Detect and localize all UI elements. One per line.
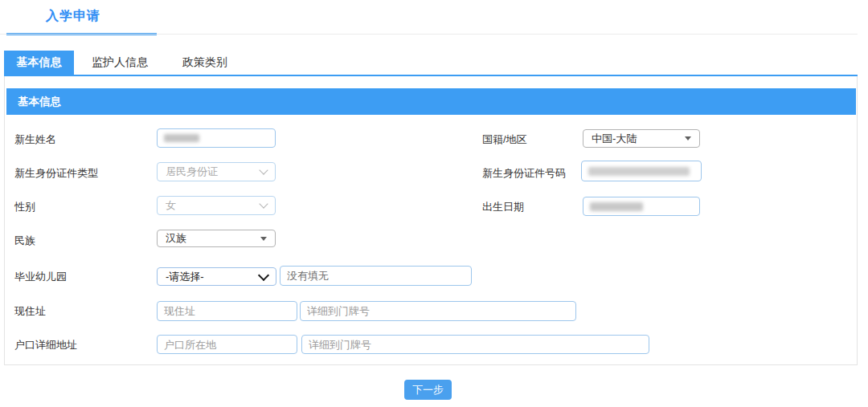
- id-type-select: 居民身份证: [157, 162, 276, 181]
- gender-label: 性别: [14, 200, 35, 214]
- nationality-select-value: 中国-大陆: [592, 132, 637, 146]
- redacted-value: [590, 202, 643, 211]
- id-number-input[interactable]: [581, 161, 702, 181]
- nationality-select[interactable]: 中国-大陆: [583, 129, 700, 148]
- redacted-value: [164, 134, 199, 142]
- kindergarten-label: 毕业幼儿园: [14, 270, 67, 284]
- id-type-label: 新生身份证件类型: [14, 166, 98, 181]
- header-divider: [0, 34, 858, 35]
- kindergarten-name-input[interactable]: [280, 266, 472, 286]
- student-name-input[interactable]: [157, 128, 276, 148]
- nationality-label: 国籍/地区: [482, 132, 527, 147]
- current-address-detail-input[interactable]: [300, 301, 576, 321]
- section-header: 基本信息: [6, 88, 856, 115]
- chevron-down-icon: [259, 199, 268, 208]
- registered-address-area-input[interactable]: [157, 335, 297, 354]
- current-address-area-input[interactable]: [157, 301, 297, 321]
- caret-down-icon: [260, 237, 267, 241]
- kindergarten-select[interactable]: -请选择-: [157, 267, 276, 286]
- student-name-label: 新生姓名: [14, 132, 56, 147]
- redacted-value: [588, 167, 690, 176]
- id-number-label: 新生身份证件号码: [482, 166, 566, 181]
- chevron-down-icon: [258, 269, 269, 280]
- ethnicity-select-value: 汉族: [166, 231, 186, 246]
- birth-date-label: 出生日期: [482, 200, 524, 214]
- enrollment-application-page: 入学申请 基本信息 监护人信息 政策类别 基本信息 新生姓名 国籍/地区 中国-…: [0, 0, 868, 407]
- tab-policy-category[interactable]: 政策类别: [173, 51, 237, 75]
- ethnicity-select[interactable]: 汉族: [157, 230, 276, 247]
- tab-strip: 基本信息 监护人信息 政策类别: [4, 51, 858, 76]
- form-panel: [4, 76, 858, 365]
- registered-address-detail-input[interactable]: [301, 335, 649, 354]
- caret-down-icon: [685, 136, 691, 140]
- kindergarten-select-value: -请选择-: [166, 270, 204, 284]
- tab-guardian-info[interactable]: 监护人信息: [81, 51, 158, 75]
- gender-select: 女: [157, 196, 276, 215]
- page-title: 入学申请: [46, 8, 100, 25]
- registered-address-label: 户口详细地址: [14, 338, 77, 352]
- next-step-button[interactable]: 下一步: [404, 380, 452, 400]
- id-type-select-value: 居民身份证: [166, 165, 218, 179]
- birth-date-input[interactable]: [583, 197, 700, 216]
- chevron-down-icon: [259, 165, 268, 174]
- ethnicity-label: 民族: [14, 234, 35, 248]
- current-address-label: 现住址: [14, 304, 46, 319]
- gender-select-value: 女: [166, 198, 176, 213]
- tab-basic-info[interactable]: 基本信息: [4, 51, 74, 75]
